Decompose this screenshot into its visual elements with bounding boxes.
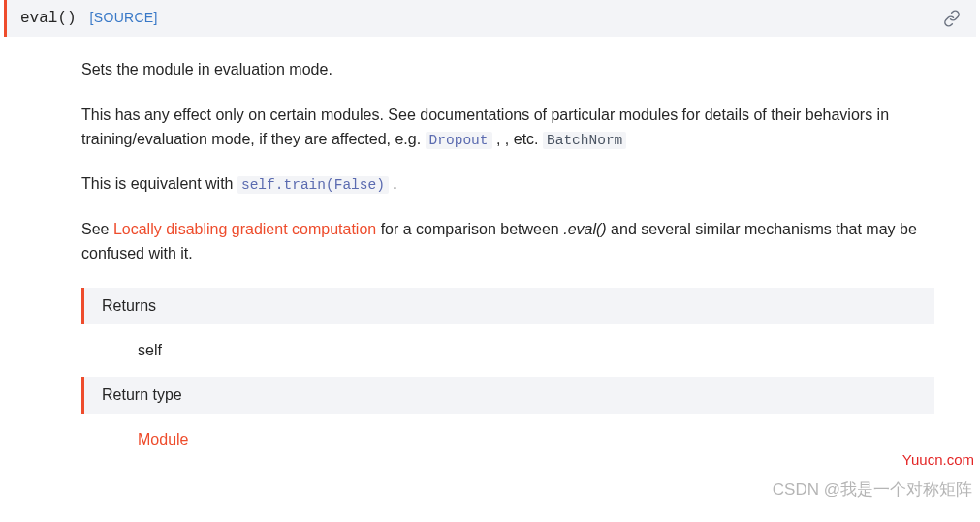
returns-value: self	[81, 328, 934, 377]
description-block: Sets the module in evaluation mode. This…	[4, 58, 934, 466]
source-link[interactable]: [SOURCE]	[90, 10, 158, 25]
code-dropout[interactable]: Dropout	[426, 132, 492, 149]
paragraph-intro: Sets the module in evaluation mode.	[81, 58, 934, 82]
link-locally-disabling[interactable]: Locally disabling gradient computation	[113, 221, 376, 237]
paragraph-equivalent: This is equivalent with self.train(False…	[81, 172, 934, 197]
text: , , etc.	[492, 131, 543, 147]
text: for a comparison between	[376, 221, 563, 237]
returns-label-block: Returns	[81, 288, 934, 324]
paragraph-modules: This has any effect only on certain modu…	[81, 104, 934, 152]
return-type-value[interactable]: Module	[81, 417, 934, 466]
signature-header: eval() [SOURCE]	[4, 0, 976, 37]
return-type-label: Return type	[102, 386, 182, 403]
code-train-false[interactable]: self.train(False)	[237, 176, 389, 194]
text: .	[389, 175, 397, 192]
doc-content: eval() [SOURCE] Sets the module in evalu…	[0, 0, 980, 466]
text: This is equivalent with	[81, 175, 237, 192]
signature-left: eval() [SOURCE]	[20, 10, 158, 27]
paragraph-see-also: See Locally disabling gradient computati…	[81, 218, 934, 266]
method-name: eval()	[20, 10, 77, 27]
return-type-label-block: Return type	[81, 377, 934, 414]
eval-emphasis: .eval()	[563, 221, 606, 237]
permalink-icon[interactable]	[943, 10, 961, 27]
code-batchnorm[interactable]: BatchNorm	[543, 132, 626, 149]
watermark-site: Yuucn.com	[902, 451, 974, 466]
text: See	[81, 221, 113, 237]
returns-label: Returns	[102, 297, 156, 314]
